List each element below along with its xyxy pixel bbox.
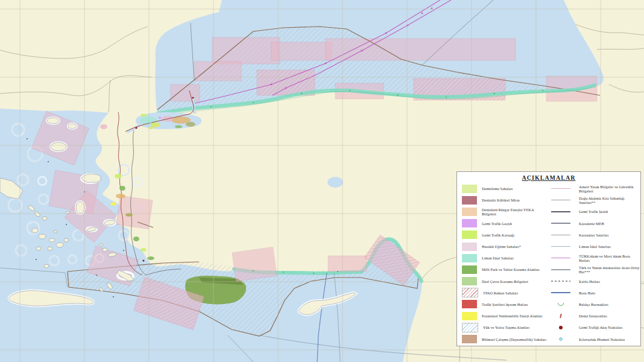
- legend-swatch: [462, 230, 477, 239]
- legend-swatch: [462, 312, 477, 320]
- legend-swatch: [462, 243, 477, 251]
- legend-item: Gemi Trafik Kavşağı: [457, 229, 548, 241]
- map-viewport: AÇIKLAMALAR Demirleme Sahaları Denizaltı…: [0, 0, 644, 362]
- legend-label: Karasuları Sınırları: [579, 233, 608, 237]
- legend-item: Gemi Trafiği Akış Noktaları: [548, 322, 640, 333]
- legend-item: Gemi Trafik Şeridi: [548, 206, 640, 217]
- legend-item: Deniz İstasyonları: [548, 310, 640, 322]
- legend-item: Karasuları Sınırları: [548, 229, 640, 241]
- legend-swatch: [462, 254, 477, 262]
- legend-swatch: [462, 300, 477, 308]
- legend-swatch: [462, 185, 477, 193]
- legend-swatch: [462, 288, 478, 297]
- legend-swatch: [462, 208, 477, 216]
- legend-label: Boru Hattı: [579, 291, 595, 295]
- legend-line-sample: [551, 292, 570, 293]
- legend-item: Milli Park ve Tabiat Koruma Alanları: [457, 264, 548, 275]
- legend-line-sample: [551, 188, 570, 189]
- legend-item: Bilimsel Çalışma (Depremsellik) Sahaları: [457, 333, 548, 345]
- legend-item: Türk ve Yunan Anakaraları Arası Ortay Ha…: [548, 264, 640, 275]
- legend-label: TPAO Ruhsat Sahaları: [483, 291, 518, 295]
- legend-dashed-line-sample: [551, 281, 570, 281]
- legend-label: Gemi Trafik Kavşağı: [482, 233, 514, 237]
- legend-item: Balıkçı Barınakları: [548, 299, 640, 310]
- legend-item: Liman İdari Sahaları: [457, 252, 548, 264]
- legend-label: Gemi Trafik Şeridi: [579, 209, 608, 214]
- legend-label: Trafik Şeritleri Ayırım Hatları: [482, 302, 528, 306]
- legend-item: TÜRKAkım ve Mavi Akım Boru Hatları: [548, 252, 640, 264]
- legend-item: Kablo Hatları: [548, 276, 640, 287]
- legend-label: Gemi Trafik Geçidi: [482, 221, 512, 226]
- traffic-point-icon: [559, 326, 563, 329]
- legend-title: AÇIKLAMALAR: [457, 174, 640, 181]
- legend-label: Türk ve Yunan Anakaraları Arası Ortay Ha…: [579, 265, 640, 274]
- legend-swatch: [462, 277, 477, 285]
- legend-line-sample: [551, 258, 570, 258]
- legend-item: Liman İdari Sınırları: [548, 241, 640, 252]
- legend-label: Bilimsel Çalışma (Depremsellik) Sahaları: [482, 337, 546, 341]
- legend-panel: AÇIKLAMALAR Demirleme Sahaları Denizaltı…: [456, 171, 641, 346]
- legend-label: Denizüstü Rüzgar Enerjisi YEKA Bölgeleri: [482, 208, 548, 216]
- legend-swatch: [462, 265, 477, 274]
- legend-label: Yük ve Yolcu Taşıma Alanları: [483, 325, 529, 329]
- legend-line-sample: [551, 246, 570, 247]
- legend-item: Denizaltı Kültürel Miras: [457, 194, 548, 206]
- legend-line-sample: [551, 211, 570, 212]
- legend-item: Kılavuzluk Hizmeti Noktaları: [548, 333, 640, 345]
- legend-item: Denizüstü Rüzgar Enerjisi YEKA Bölgeleri: [457, 206, 548, 217]
- legend-item: Gemi Trafik Geçidi: [457, 218, 548, 229]
- legend-item: Boru Hattı: [548, 287, 640, 299]
- legend-swatch: [462, 323, 478, 332]
- legend-item: TPAO Ruhsat Sahaları: [457, 287, 548, 299]
- legend-swatch: [462, 219, 477, 227]
- legend-item: Demirleme Sahaları: [457, 183, 548, 194]
- legend-label: Balıkçı Barınakları: [579, 302, 608, 306]
- legend-swatch: [462, 196, 477, 205]
- legend-line-sample: [551, 235, 570, 235]
- legend-item: Trafik Şeritleri Ayırım Hatları: [457, 299, 548, 310]
- pilotage-point-icon: [559, 337, 563, 341]
- legend-label: Denizaltı Kültürel Miras: [482, 198, 520, 202]
- legend-label: Karadeniz MEB: [579, 221, 604, 226]
- legend-label: TÜRKAkım ve Mavi Akım Boru Hatları: [579, 254, 640, 262]
- legend-item: Doğu Akdeniz Kıta Sahanlığı Sınırları**: [548, 194, 640, 206]
- legend-item: Potansiyel Yenilenebilir Enerji Alanları: [457, 310, 548, 322]
- legend-label: Doğu Akdeniz Kıta Sahanlığı Sınırları**: [579, 196, 640, 205]
- legend-item: Harekât Eğitim Sahaları*: [457, 241, 548, 252]
- legend-label: Demirleme Sahaları: [482, 186, 513, 191]
- legend-item: Karadeniz MEB: [548, 218, 640, 229]
- station-icon: [560, 314, 562, 318]
- legend-line-column: Askeri Yasak Bölgeler ve Güvenlik Bölgel…: [548, 183, 640, 345]
- legend-label: Özel Çevre Koruma Bölgeleri: [482, 279, 528, 284]
- legend-label: Kablo Hatları: [579, 279, 600, 284]
- legend-line-sample: [551, 269, 570, 270]
- legend-label: Gemi Trafiği Akış Noktaları: [579, 325, 622, 329]
- legend-label: Liman İdari Sınırları: [579, 244, 611, 249]
- harbor-icon: [558, 303, 564, 306]
- legend-label: Milli Park ve Tabiat Koruma Alanları: [482, 267, 540, 272]
- legend-label: Harekât Eğitim Sahaları*: [482, 244, 521, 249]
- legend-label: Liman İdari Sahaları: [482, 256, 514, 260]
- legend-item: Askeri Yasak Bölgeler ve Güvenlik Bölgel…: [548, 183, 640, 194]
- legend-line-sample: [551, 223, 570, 223]
- legend-label: Kılavuzluk Hizmeti Noktaları: [579, 337, 625, 341]
- legend-label: Potansiyel Yenilenebilir Enerji Alanları: [482, 314, 542, 318]
- legend-label: Deniz İstasyonları: [579, 314, 607, 318]
- legend-line-sample: [551, 200, 570, 200]
- legend-swatch: [462, 335, 477, 343]
- legend-item: Yük ve Yolcu Taşıma Alanları: [457, 322, 548, 333]
- legend-label: Askeri Yasak Bölgeler ve Güvenlik Bölgel…: [579, 185, 640, 193]
- legend-item: Özel Çevre Koruma Bölgeleri: [457, 276, 548, 287]
- legend-area-column: Demirleme Sahaları Denizaltı Kültürel Mi…: [457, 183, 548, 345]
